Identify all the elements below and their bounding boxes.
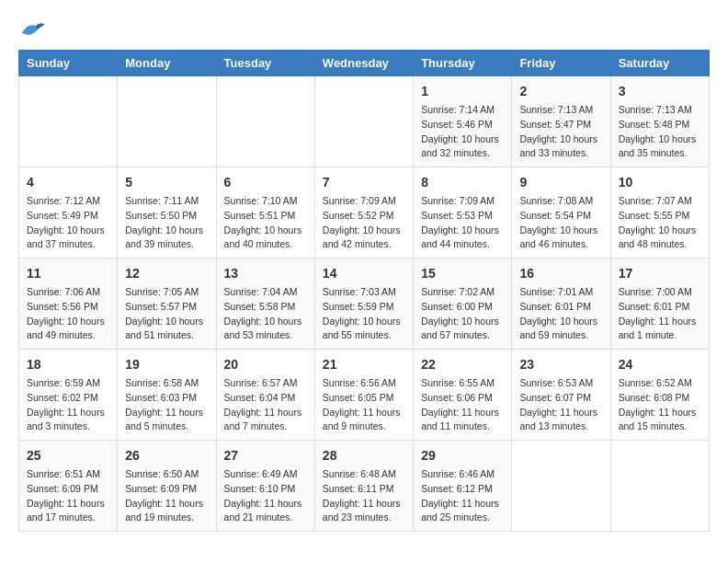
day-info: Sunrise: 6:50 AM Sunset: 6:09 PM Dayligh… — [125, 467, 208, 525]
day-number: 22 — [421, 355, 504, 374]
calendar-cell: 4Sunrise: 7:12 AM Sunset: 5:49 PM Daylig… — [19, 167, 118, 259]
day-number: 13 — [224, 264, 307, 283]
day-number: 14 — [323, 264, 405, 283]
day-info: Sunrise: 7:09 AM Sunset: 5:52 PM Dayligh… — [323, 194, 405, 252]
calendar-cell: 24Sunrise: 6:52 AM Sunset: 6:08 PM Dayli… — [610, 350, 709, 441]
day-header-saturday: Saturday — [610, 51, 709, 76]
day-info: Sunrise: 6:55 AM Sunset: 6:06 PM Dayligh… — [421, 376, 504, 434]
calendar-cell — [512, 441, 610, 532]
day-info: Sunrise: 7:03 AM Sunset: 5:59 PM Dayligh… — [323, 285, 405, 343]
day-info: Sunrise: 6:59 AM Sunset: 6:02 PM Dayligh… — [27, 376, 109, 434]
calendar-cell: 11Sunrise: 7:06 AM Sunset: 5:56 PM Dayli… — [19, 259, 118, 350]
day-number: 8 — [421, 173, 504, 192]
day-info: Sunrise: 6:49 AM Sunset: 6:10 PM Dayligh… — [224, 467, 307, 525]
day-number: 25 — [27, 446, 109, 465]
day-number: 5 — [125, 173, 208, 192]
calendar-cell — [610, 441, 709, 532]
day-info: Sunrise: 7:10 AM Sunset: 5:51 PM Dayligh… — [224, 194, 307, 252]
calendar-cell — [314, 76, 413, 167]
calendar-week-row: 1Sunrise: 7:14 AM Sunset: 5:46 PM Daylig… — [19, 76, 710, 167]
day-number: 19 — [125, 355, 208, 374]
day-number: 10 — [619, 173, 701, 192]
day-info: Sunrise: 7:08 AM Sunset: 5:54 PM Dayligh… — [519, 194, 602, 252]
day-number: 23 — [519, 355, 602, 374]
calendar-cell: 16Sunrise: 7:01 AM Sunset: 6:01 PM Dayli… — [512, 259, 610, 350]
calendar-week-row: 18Sunrise: 6:59 AM Sunset: 6:02 PM Dayli… — [19, 350, 710, 441]
day-info: Sunrise: 7:06 AM Sunset: 5:56 PM Dayligh… — [27, 285, 109, 343]
calendar-cell: 23Sunrise: 6:53 AM Sunset: 6:07 PM Dayli… — [512, 350, 610, 441]
day-header-wednesday: Wednesday — [314, 51, 413, 76]
day-number: 4 — [27, 173, 109, 192]
calendar-cell: 17Sunrise: 7:00 AM Sunset: 6:01 PM Dayli… — [610, 259, 709, 350]
calendar-cell: 2Sunrise: 7:13 AM Sunset: 5:47 PM Daylig… — [512, 76, 610, 167]
day-number: 9 — [519, 173, 602, 192]
calendar-week-row: 11Sunrise: 7:06 AM Sunset: 5:56 PM Dayli… — [19, 259, 710, 350]
day-info: Sunrise: 7:14 AM Sunset: 5:46 PM Dayligh… — [421, 103, 504, 161]
day-info: Sunrise: 6:56 AM Sunset: 6:05 PM Dayligh… — [323, 376, 405, 434]
day-info: Sunrise: 7:02 AM Sunset: 6:00 PM Dayligh… — [421, 285, 504, 343]
day-number: 3 — [619, 82, 701, 101]
day-number: 2 — [519, 82, 602, 101]
calendar-cell: 27Sunrise: 6:49 AM Sunset: 6:10 PM Dayli… — [216, 441, 314, 532]
day-info: Sunrise: 6:51 AM Sunset: 6:09 PM Dayligh… — [27, 467, 109, 525]
day-number: 15 — [421, 264, 504, 283]
calendar-cell: 9Sunrise: 7:08 AM Sunset: 5:54 PM Daylig… — [512, 167, 610, 259]
day-number: 21 — [323, 355, 405, 374]
calendar-cell — [118, 76, 216, 167]
day-info: Sunrise: 6:53 AM Sunset: 6:07 PM Dayligh… — [519, 376, 602, 434]
day-info: Sunrise: 6:58 AM Sunset: 6:03 PM Dayligh… — [125, 376, 208, 434]
day-header-friday: Friday — [512, 51, 610, 76]
day-number: 17 — [619, 264, 701, 283]
day-number: 6 — [224, 173, 307, 192]
calendar-table: SundayMondayTuesdayWednesdayThursdayFrid… — [18, 50, 710, 532]
day-number: 7 — [323, 173, 405, 192]
day-number: 26 — [125, 446, 208, 465]
calendar-cell: 8Sunrise: 7:09 AM Sunset: 5:53 PM Daylig… — [414, 167, 512, 259]
day-number: 28 — [323, 446, 405, 465]
day-number: 29 — [421, 446, 504, 465]
day-info: Sunrise: 6:48 AM Sunset: 6:11 PM Dayligh… — [323, 467, 405, 525]
calendar-cell: 10Sunrise: 7:07 AM Sunset: 5:55 PM Dayli… — [610, 167, 709, 259]
calendar-cell: 13Sunrise: 7:04 AM Sunset: 5:58 PM Dayli… — [216, 259, 314, 350]
day-header-monday: Monday — [118, 51, 216, 76]
day-info: Sunrise: 7:13 AM Sunset: 5:47 PM Dayligh… — [519, 103, 602, 161]
calendar-cell: 3Sunrise: 7:13 AM Sunset: 5:48 PM Daylig… — [610, 76, 709, 167]
day-info: Sunrise: 7:13 AM Sunset: 5:48 PM Dayligh… — [619, 103, 701, 161]
day-header-sunday: Sunday — [19, 51, 118, 76]
calendar-cell: 25Sunrise: 6:51 AM Sunset: 6:09 PM Dayli… — [19, 441, 118, 532]
calendar-cell: 22Sunrise: 6:55 AM Sunset: 6:06 PM Dayli… — [414, 350, 512, 441]
calendar-cell: 28Sunrise: 6:48 AM Sunset: 6:11 PM Dayli… — [314, 441, 413, 532]
day-info: Sunrise: 7:04 AM Sunset: 5:58 PM Dayligh… — [224, 285, 307, 343]
calendar-cell: 15Sunrise: 7:02 AM Sunset: 6:00 PM Dayli… — [414, 259, 512, 350]
day-info: Sunrise: 7:07 AM Sunset: 5:55 PM Dayligh… — [619, 194, 701, 252]
calendar-cell — [19, 76, 118, 167]
day-header-tuesday: Tuesday — [216, 51, 314, 76]
calendar-cell: 7Sunrise: 7:09 AM Sunset: 5:52 PM Daylig… — [314, 167, 413, 259]
day-info: Sunrise: 6:46 AM Sunset: 6:12 PM Dayligh… — [421, 467, 504, 525]
calendar-week-row: 4Sunrise: 7:12 AM Sunset: 5:49 PM Daylig… — [19, 167, 710, 259]
day-info: Sunrise: 7:09 AM Sunset: 5:53 PM Dayligh… — [421, 194, 504, 252]
day-number: 18 — [27, 355, 109, 374]
day-number: 27 — [224, 446, 307, 465]
day-number: 20 — [224, 355, 307, 374]
day-number: 16 — [519, 264, 602, 283]
day-info: Sunrise: 6:52 AM Sunset: 6:08 PM Dayligh… — [619, 376, 701, 434]
calendar-cell: 19Sunrise: 6:58 AM Sunset: 6:03 PM Dayli… — [118, 350, 216, 441]
calendar-header-row: SundayMondayTuesdayWednesdayThursdayFrid… — [19, 51, 710, 76]
calendar-cell: 21Sunrise: 6:56 AM Sunset: 6:05 PM Dayli… — [314, 350, 413, 441]
logo — [18, 18, 50, 40]
day-info: Sunrise: 6:57 AM Sunset: 6:04 PM Dayligh… — [224, 376, 307, 434]
page-header — [18, 18, 710, 40]
calendar-cell: 12Sunrise: 7:05 AM Sunset: 5:57 PM Dayli… — [118, 259, 216, 350]
day-number: 12 — [125, 264, 208, 283]
day-number: 24 — [619, 355, 701, 374]
day-info: Sunrise: 7:01 AM Sunset: 6:01 PM Dayligh… — [519, 285, 602, 343]
calendar-week-row: 25Sunrise: 6:51 AM Sunset: 6:09 PM Dayli… — [19, 441, 710, 532]
logo-icon — [18, 18, 46, 40]
calendar-cell: 20Sunrise: 6:57 AM Sunset: 6:04 PM Dayli… — [216, 350, 314, 441]
calendar-cell: 26Sunrise: 6:50 AM Sunset: 6:09 PM Dayli… — [118, 441, 216, 532]
calendar-cell: 1Sunrise: 7:14 AM Sunset: 5:46 PM Daylig… — [414, 76, 512, 167]
calendar-cell: 5Sunrise: 7:11 AM Sunset: 5:50 PM Daylig… — [118, 167, 216, 259]
day-info: Sunrise: 7:05 AM Sunset: 5:57 PM Dayligh… — [125, 285, 208, 343]
day-number: 11 — [27, 264, 109, 283]
